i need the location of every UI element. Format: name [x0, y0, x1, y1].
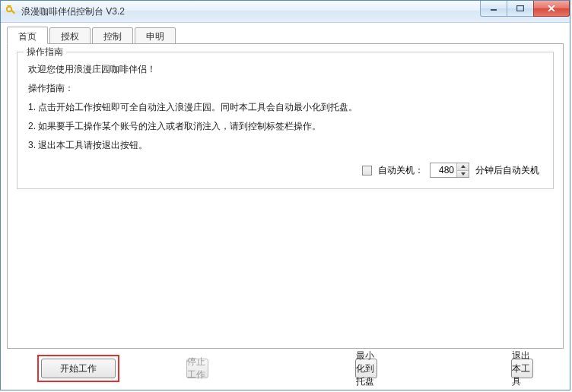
tab-authorize[interactable]: 授权 — [49, 27, 91, 44]
exit-button[interactable]: 退出本工具 — [511, 359, 533, 378]
shutdown-minutes-spinner[interactable]: 480 — [430, 163, 469, 178]
tab-home[interactable]: 首页 — [7, 27, 48, 44]
tab-control[interactable]: 控制 — [92, 27, 133, 44]
minimize-button[interactable] — [480, 1, 507, 17]
chevron-down-icon — [461, 172, 466, 175]
svg-rect-4 — [491, 9, 497, 11]
spinner-up[interactable] — [457, 163, 469, 171]
minimize-tray-button[interactable]: 最小化到托盘 — [355, 359, 377, 378]
maximize-button[interactable] — [507, 1, 534, 17]
svg-rect-5 — [517, 6, 524, 11]
start-button[interactable]: 开始工作 — [41, 359, 116, 378]
shutdown-row: 自动关机： 480 分钟后自动关机 — [28, 163, 542, 178]
welcome-text: 欢迎您使用浪漫庄园咖啡伴侣！ — [28, 63, 542, 76]
app-icon — [5, 5, 17, 17]
guide-step-1: 1. 点击开始工作按钮即可全自动注入浪漫庄园。同时本工具会自动最小化到托盘。 — [28, 101, 542, 114]
app-window: 浪漫咖啡伴侣控制台 V3.2 首页 授权 控制 申明 操作指南 欢迎您使用浪漫庄… — [0, 0, 570, 390]
client-area: 首页 授权 控制 申明 操作指南 欢迎您使用浪漫庄园咖啡伴侣！ 操作指南： 1.… — [1, 23, 570, 390]
tab-bar: 首页 授权 控制 申明 — [7, 27, 564, 44]
guide-heading: 操作指南： — [28, 82, 542, 95]
shutdown-suffix: 分钟后自动关机 — [475, 164, 539, 177]
guide-legend: 操作指南 — [24, 46, 66, 58]
guide-step-3: 3. 退出本工具请按退出按钮。 — [28, 139, 542, 152]
svg-rect-3 — [7, 5, 11, 6]
titlebar[interactable]: 浪漫咖啡伴侣控制台 V3.2 — [1, 1, 570, 23]
window-controls — [481, 1, 570, 17]
button-row: 开始工作 停止工作 最小化到托盘 退出本工具 — [7, 349, 564, 384]
guide-fieldset: 操作指南 欢迎您使用浪漫庄园咖啡伴侣！ 操作指南： 1. 点击开始工作按钮即可全… — [17, 52, 554, 189]
auto-shutdown-checkbox[interactable] — [362, 166, 372, 175]
window-title: 浪漫咖啡伴侣控制台 V3.2 — [21, 5, 125, 18]
stop-button: 停止工作 — [186, 359, 208, 378]
spinner-down[interactable] — [457, 171, 469, 178]
auto-shutdown-label: 自动关机： — [378, 164, 424, 177]
guide-step-2: 2. 如果要手工操作某个账号的注入或者取消注入，请到控制标签栏操作。 — [28, 120, 542, 133]
shutdown-minutes-value[interactable]: 480 — [431, 163, 456, 177]
chevron-up-icon — [461, 165, 466, 168]
tab-declaration[interactable]: 申明 — [135, 27, 176, 44]
close-button[interactable] — [533, 1, 570, 17]
tab-content: 操作指南 欢迎您使用浪漫庄园咖啡伴侣！ 操作指南： 1. 点击开始工作按钮即可全… — [7, 43, 564, 349]
start-highlight: 开始工作 — [37, 355, 119, 382]
spinner-buttons — [456, 163, 469, 177]
